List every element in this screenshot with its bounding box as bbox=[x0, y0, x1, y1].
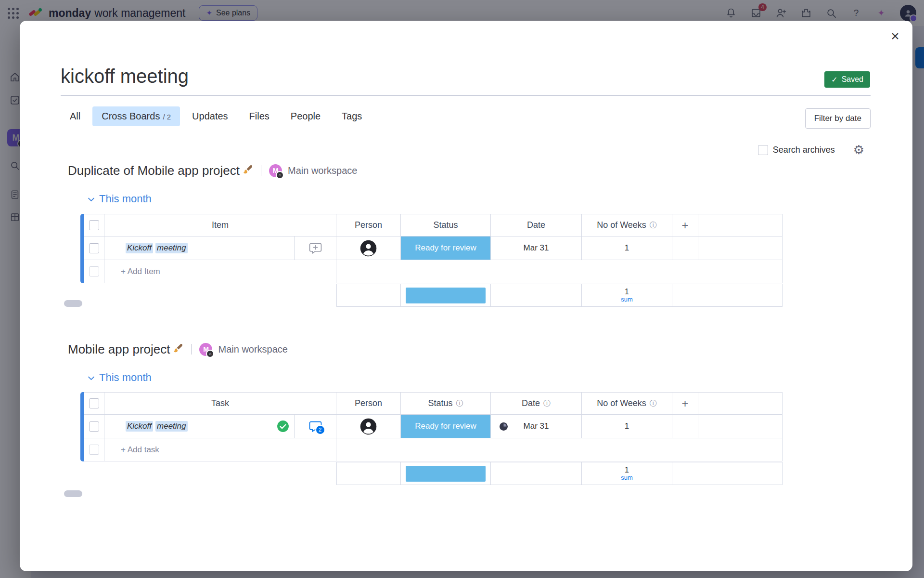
column-header-weeks[interactable]: No of Weeksⓘ bbox=[582, 214, 672, 236]
tab-updates[interactable]: Updates bbox=[183, 106, 237, 126]
empty-cell bbox=[672, 236, 698, 260]
status-cell[interactable]: Ready for review bbox=[401, 415, 491, 438]
person-avatar-icon[interactable] bbox=[360, 418, 377, 435]
time-tracking-clock-icon bbox=[500, 422, 508, 431]
search-archives-row: Search archives ⚙ bbox=[758, 143, 864, 158]
tab-cross-boards[interactable]: Cross Boards/ 2 bbox=[92, 106, 180, 126]
filter-by-date-button[interactable]: Filter by date bbox=[805, 108, 871, 129]
check-icon: ✓ bbox=[831, 75, 837, 84]
tab-files[interactable]: Files bbox=[240, 106, 279, 126]
summary-empty-cell bbox=[336, 462, 401, 485]
select-all-checkbox[interactable] bbox=[89, 398, 99, 408]
date-cell[interactable]: Mar 31 bbox=[491, 236, 582, 260]
info-icon: ⓘ bbox=[543, 399, 551, 408]
summary-empty-cell bbox=[672, 462, 783, 485]
add-update-cell[interactable] bbox=[295, 236, 336, 260]
group-toggle-2[interactable]: This month bbox=[88, 371, 152, 384]
board-title-link[interactable]: Duplicate of Mobile app project bbox=[68, 163, 253, 178]
task-name-cell[interactable]: Kickoff meeting bbox=[104, 415, 295, 438]
board-title-link[interactable]: Mobile app project bbox=[68, 342, 183, 357]
add-row-select-cell bbox=[84, 260, 104, 283]
header-filler-cell bbox=[698, 392, 783, 415]
horizontal-scrollbar-thumb[interactable] bbox=[64, 490, 82, 497]
paintbrush-emoji-icon bbox=[243, 163, 253, 178]
status-summary-bar bbox=[406, 288, 486, 303]
cross-boards-count: / 2 bbox=[163, 113, 171, 121]
board-table-2: Task Person Statusⓘ Dateⓘ No of Weeksⓘ +… bbox=[80, 392, 783, 461]
workspace-name: Main workspace bbox=[218, 344, 288, 355]
weeks-cell[interactable]: 1 bbox=[582, 415, 672, 438]
highlighted-term: Kickoff bbox=[126, 243, 153, 253]
title-divider bbox=[61, 95, 871, 96]
column-header-status[interactable]: Statusⓘ bbox=[401, 392, 491, 415]
person-avatar-icon[interactable] bbox=[360, 240, 377, 257]
select-all-checkbox[interactable] bbox=[89, 220, 99, 230]
board-table-1: Item Person Status Date No of Weeksⓘ + K… bbox=[80, 214, 783, 283]
add-task-button[interactable]: + Add task bbox=[104, 438, 336, 461]
column-header-date[interactable]: Date bbox=[491, 214, 582, 236]
select-all-cell[interactable] bbox=[84, 392, 104, 415]
close-icon[interactable]: × bbox=[886, 27, 904, 45]
column-header-weeks[interactable]: No of Weeksⓘ bbox=[582, 392, 672, 415]
paintbrush-emoji-icon bbox=[173, 342, 183, 357]
weeks-cell[interactable]: 1 bbox=[582, 236, 672, 260]
updates-cell[interactable]: 2 bbox=[295, 415, 336, 438]
person-cell[interactable] bbox=[336, 236, 401, 260]
chevron-down-icon bbox=[88, 376, 94, 381]
summary-status-cell bbox=[401, 462, 491, 485]
column-header-person[interactable]: Person bbox=[336, 214, 401, 236]
summary-row-1: 1 sum bbox=[336, 284, 783, 307]
column-header-date[interactable]: Dateⓘ bbox=[491, 392, 582, 415]
select-all-cell[interactable] bbox=[84, 214, 104, 236]
updates-count-badge: 2 bbox=[315, 425, 325, 435]
search-archives-checkbox[interactable] bbox=[758, 145, 768, 155]
add-row-blank bbox=[336, 438, 783, 461]
item-name-cell[interactable]: Kickoff meeting bbox=[104, 236, 295, 260]
row-select-cell[interactable] bbox=[84, 415, 104, 438]
tab-people[interactable]: People bbox=[282, 106, 330, 126]
updates-bubble-icon[interactable]: 2 bbox=[309, 420, 322, 433]
search-archives-label: Search archives bbox=[773, 145, 835, 155]
board-header-1: Duplicate of Mobile app project M ⌂ Main… bbox=[68, 162, 358, 179]
workspace-name: Main workspace bbox=[288, 165, 358, 176]
column-header-person[interactable]: Person bbox=[336, 392, 401, 415]
header-separator bbox=[261, 165, 261, 176]
date-cell[interactable]: Mar 31 bbox=[491, 415, 582, 438]
summary-empty-cell bbox=[336, 284, 401, 307]
tab-all[interactable]: All bbox=[61, 106, 90, 126]
group-toggle-1[interactable]: This month bbox=[88, 193, 152, 205]
header-separator bbox=[191, 344, 192, 355]
status-label: Ready for review bbox=[401, 236, 490, 260]
highlighted-term: Kickoff bbox=[126, 421, 153, 432]
chevron-down-icon bbox=[88, 197, 94, 202]
add-item-button[interactable]: + Add Item bbox=[104, 260, 336, 283]
group-accent-bar bbox=[80, 214, 84, 283]
summary-empty-cell bbox=[491, 462, 582, 485]
row-select-cell[interactable] bbox=[84, 236, 104, 260]
row-checkbox[interactable] bbox=[89, 243, 99, 253]
add-column-button[interactable]: + bbox=[672, 392, 698, 415]
header-filler-cell bbox=[698, 214, 783, 236]
status-cell[interactable]: Ready for review bbox=[401, 236, 491, 260]
status-label: Ready for review bbox=[401, 415, 490, 438]
mini-home-icon: ⌂ bbox=[206, 350, 214, 358]
horizontal-scrollbar-thumb[interactable] bbox=[64, 300, 82, 307]
tab-tags[interactable]: Tags bbox=[333, 106, 371, 126]
highlighted-term: meeting bbox=[155, 421, 187, 432]
settings-gear-icon[interactable]: ⚙ bbox=[853, 143, 864, 158]
summary-status-cell bbox=[401, 284, 491, 307]
column-header-item[interactable]: Item bbox=[104, 214, 336, 236]
cross-board-search-dialog: × kickoff meeting ✓ Saved All Cross Boar… bbox=[20, 21, 912, 571]
add-row-blank bbox=[336, 260, 783, 283]
row-checkbox[interactable] bbox=[89, 421, 99, 432]
column-header-task[interactable]: Task bbox=[104, 392, 336, 415]
person-cell[interactable] bbox=[336, 415, 401, 438]
add-update-bubble-icon[interactable] bbox=[309, 242, 322, 254]
highlighted-term: meeting bbox=[155, 243, 187, 253]
row-filler-cell bbox=[698, 236, 783, 260]
group-accent-bar bbox=[80, 392, 84, 461]
add-column-button[interactable]: + bbox=[672, 214, 698, 236]
workspace-avatar: M ⌂ bbox=[269, 164, 282, 177]
summary-weeks-cell: 1 sum bbox=[582, 284, 672, 307]
column-header-status[interactable]: Status bbox=[401, 214, 491, 236]
